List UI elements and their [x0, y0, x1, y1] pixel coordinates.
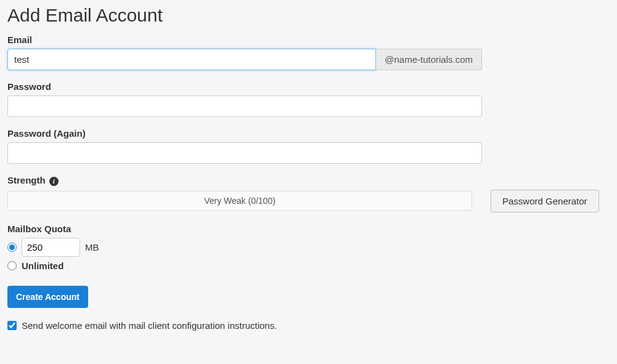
quota-unit: MB: [85, 242, 99, 253]
email-row: @name-tutorials.com: [7, 49, 482, 70]
quota-option-custom: MB: [7, 238, 610, 257]
welcome-checkbox[interactable]: [7, 321, 17, 330]
quota-radio-custom[interactable]: [7, 243, 17, 252]
quota-option-unlimited: Unlimited: [7, 261, 610, 271]
password-label: Password: [7, 81, 610, 92]
quota-label: Mailbox Quota: [7, 224, 610, 234]
strength-row: Very Weak (0/100) Password Generator: [7, 190, 610, 212]
strength-label: Strength i: [7, 175, 610, 186]
password-again-input[interactable]: [7, 142, 482, 164]
email-section: Email @name-tutorials.com: [7, 34, 610, 70]
quota-size-input[interactable]: [22, 238, 80, 257]
strength-label-text: Strength: [7, 175, 46, 185]
password-again-label: Password (Again): [7, 128, 610, 139]
email-label: Email: [7, 34, 610, 45]
page-title: Add Email Account: [7, 5, 610, 26]
strength-section: Strength i Very Weak (0/100) Password Ge…: [7, 175, 610, 212]
quota-options: MB Unlimited: [7, 238, 610, 271]
welcome-label: Send welcome email with mail client conf…: [22, 320, 277, 331]
info-icon[interactable]: i: [49, 177, 59, 186]
quota-radio-unlimited[interactable]: [7, 261, 17, 270]
strength-meter: Very Weak (0/100): [7, 191, 472, 211]
create-account-button[interactable]: Create Account: [7, 286, 88, 308]
password-section: Password: [7, 81, 610, 117]
email-input[interactable]: [7, 49, 376, 70]
email-domain-suffix: @name-tutorials.com: [376, 49, 482, 70]
quota-unlimited-label: Unlimited: [22, 261, 63, 271]
password-generator-button[interactable]: Password Generator: [491, 190, 599, 212]
password-input[interactable]: [7, 95, 482, 117]
welcome-row: Send welcome email with mail client conf…: [7, 320, 610, 331]
password-again-section: Password (Again): [7, 128, 610, 164]
quota-section: Mailbox Quota MB Unlimited: [7, 224, 610, 271]
